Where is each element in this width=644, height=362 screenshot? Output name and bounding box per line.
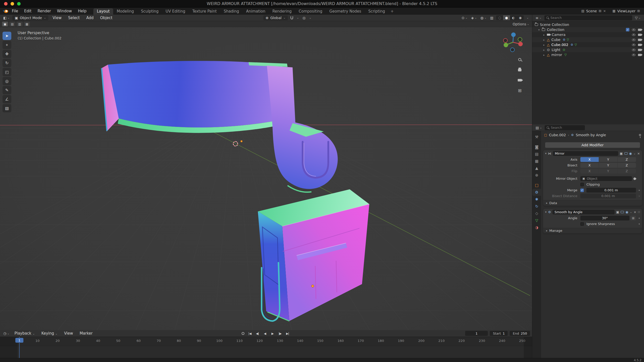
collapse-icon[interactable]: ▾: [545, 210, 547, 214]
collapse-icon[interactable]: ▾: [545, 152, 547, 155]
axis-y-button[interactable]: Y: [599, 157, 617, 162]
eye-icon[interactable]: [632, 34, 635, 36]
outliner-row-scene-collection[interactable]: Scene Collection: [532, 22, 644, 27]
current-frame-field[interactable]: 1: [465, 331, 488, 336]
merge-threshold-field[interactable]: 0.001 m: [586, 188, 636, 193]
tab-layout[interactable]: Layout: [93, 8, 113, 15]
axis-x-button[interactable]: X: [580, 157, 599, 162]
ortho-toggle-button[interactable]: ⊞: [516, 88, 523, 93]
tab-modifiers[interactable]: ⚙: [532, 189, 541, 196]
animate-decorator[interactable]: [639, 196, 640, 197]
transform-orientation-dropdown[interactable]: ⊕ Global ⌄: [263, 15, 288, 20]
merge-checkbox[interactable]: ✓: [580, 189, 584, 192]
animate-decorator[interactable]: [639, 218, 640, 219]
eye-icon[interactable]: [632, 54, 635, 56]
axis-z-button[interactable]: Z: [618, 157, 636, 162]
unlink-scene-icon[interactable]: ×: [603, 9, 606, 13]
tool-move[interactable]: ✥: [3, 50, 11, 58]
collapse-icon[interactable]: ▾: [538, 28, 542, 31]
select-mode-extend-button[interactable]: ▤: [9, 22, 15, 26]
tab-object-data[interactable]: ▽: [532, 217, 541, 224]
add-workspace-button[interactable]: +: [389, 8, 396, 15]
viewport-3d[interactable]: User Perspective (1) Collection | Cube.0…: [0, 27, 532, 330]
eye-icon[interactable]: [632, 39, 635, 41]
expand-icon[interactable]: ▸: [543, 49, 547, 51]
show-overlays-button[interactable]: ◍ ⌄: [480, 16, 487, 20]
tab-compositing[interactable]: Compositing: [295, 8, 326, 15]
outliner-row-light[interactable]: ▸ ⊙ Light ⊙: [532, 47, 644, 52]
input-attribute-toggle[interactable]: ⊞: [630, 216, 636, 220]
play-button[interactable]: ▶: [269, 331, 275, 336]
animate-decorator[interactable]: [639, 223, 640, 224]
new-viewlayer-icon[interactable]: ⊞: [637, 9, 640, 13]
properties-editor-type-button[interactable]: ▤ ⌄: [535, 126, 543, 130]
tool-scale[interactable]: ◰: [3, 68, 11, 76]
editor-type-button[interactable]: ◧ ⌄: [3, 16, 10, 20]
menu-object[interactable]: Object: [98, 16, 115, 20]
close-icon[interactable]: ×: [637, 152, 640, 155]
shading-solid-button[interactable]: ●: [503, 15, 510, 20]
tab-rendering[interactable]: Rendering: [269, 8, 295, 15]
timeline-editor-type-button[interactable]: ◷ ⌄: [3, 331, 10, 335]
eyedropper-icon[interactable]: [633, 177, 636, 180]
select-mode-intersect-button[interactable]: ▦: [24, 22, 30, 26]
menu-help[interactable]: Help: [75, 8, 89, 15]
eye-icon[interactable]: [632, 49, 635, 51]
menu-select[interactable]: Select: [66, 16, 82, 20]
menu-playback[interactable]: Playback ⌄: [12, 331, 37, 336]
tab-shading[interactable]: Shading: [220, 8, 243, 15]
eye-icon[interactable]: [632, 29, 635, 31]
jump-to-end-button[interactable]: ▶|: [285, 331, 291, 336]
render-visibility-icon[interactable]: [638, 34, 641, 36]
outliner-row-collection[interactable]: ▾ Collection ✓: [532, 27, 644, 32]
tool-add-cube[interactable]: ▧: [3, 104, 11, 112]
shading-material-button[interactable]: ◐: [510, 15, 517, 20]
menu-view[interactable]: View: [50, 16, 64, 20]
tool-transform[interactable]: ◎: [3, 77, 11, 85]
blender-logo-icon[interactable]: [3, 9, 9, 14]
select-mode-subtract-button[interactable]: ▥: [17, 22, 23, 26]
smooth-name-field[interactable]: Smooth by Angle: [552, 210, 615, 214]
outliner-row-cube[interactable]: ▸ △ Cube ⚙ ▽: [532, 37, 644, 42]
modifier-extras-dropdown[interactable]: ⌄: [630, 210, 632, 214]
render-visibility-icon[interactable]: [638, 44, 641, 46]
xray-toggle-button[interactable]: ▥: [489, 16, 494, 20]
playhead-handle[interactable]: 1: [15, 338, 23, 343]
add-modifier-button[interactable]: Add Modifier: [545, 142, 640, 148]
tool-select-box[interactable]: ➤: [3, 32, 11, 40]
expand-icon[interactable]: ▸: [543, 33, 547, 36]
tab-physics[interactable]: ↻: [532, 203, 541, 210]
show-gizmo-button[interactable]: ◈ ⌄: [470, 16, 478, 20]
viewport-canvas[interactable]: [0, 27, 532, 330]
tab-particles[interactable]: ✱: [532, 196, 541, 203]
tab-constraints[interactable]: ◇: [532, 210, 541, 217]
tab-material[interactable]: ◑: [532, 224, 541, 231]
breadcrumb-object[interactable]: Cube.002: [549, 133, 566, 137]
eye-icon[interactable]: [632, 44, 635, 46]
close-icon[interactable]: ×: [634, 210, 636, 214]
menu-add[interactable]: Add: [84, 16, 96, 20]
select-mode-new-button[interactable]: ▣: [2, 22, 8, 26]
tab-uv-editing[interactable]: UV Editing: [162, 8, 189, 15]
menu-timeline-view[interactable]: View: [62, 331, 75, 336]
close-window-button[interactable]: [4, 2, 8, 6]
edit-mode-display-toggle[interactable]: ▣: [616, 210, 619, 214]
tab-render[interactable]: ◙: [532, 144, 541, 151]
outliner-search-input[interactable]: [550, 16, 630, 20]
tool-measure[interactable]: ∠: [3, 95, 11, 103]
camera-view-button[interactable]: [516, 77, 523, 83]
drag-grip-icon[interactable]: ∷: [638, 210, 640, 214]
animate-decorator[interactable]: [639, 190, 640, 191]
render-visibility-icon[interactable]: [638, 29, 641, 31]
tab-output[interactable]: ▤: [532, 151, 541, 158]
bisect-distance-field[interactable]: 0.001 m: [580, 194, 636, 198]
bisect-z-button[interactable]: Z: [618, 163, 636, 168]
prev-keyframe-button[interactable]: ◀|: [254, 331, 260, 336]
mode-dropdown[interactable]: ▣ Object Mode ⌄: [12, 15, 48, 20]
tab-animation[interactable]: Animation: [243, 8, 269, 15]
tool-cursor[interactable]: ⌖: [3, 41, 11, 49]
edit-mode-display-toggle[interactable]: ▣: [620, 152, 623, 155]
tab-texture-paint[interactable]: Texture Paint: [189, 8, 220, 15]
flip-x-button[interactable]: X: [580, 169, 599, 173]
pivot-point-dropdown[interactable]: ⊙ ⌄: [461, 16, 468, 20]
